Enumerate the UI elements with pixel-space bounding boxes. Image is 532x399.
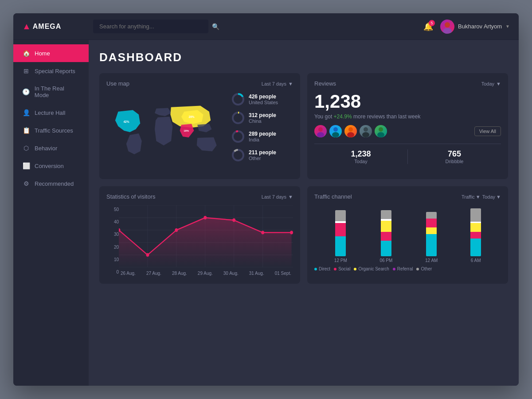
sidebar-item-recommended[interactable]: ⚙ Recommended [13,175,89,192]
legend-direct: Direct [314,266,330,271]
user-icon: 👤 [22,109,30,116]
list-icon: 📋 [22,127,30,134]
bar-segment-social [381,232,391,241]
svg-point-41 [261,231,264,235]
view-all-button[interactable]: View All [474,126,501,136]
svg-point-1 [443,28,452,34]
avatar-3 [344,125,357,137]
sidebar-item-label: Recommended [35,180,74,187]
sidebar-item-label: Traffic Sources [35,127,73,134]
bar-segment-other [381,210,391,219]
svg-point-38 [175,228,178,232]
svg-point-12 [233,150,243,160]
bar-segment-organic [426,227,437,234]
traffic-filter-traffic[interactable]: Traffic ▼ [462,194,481,200]
sidebar-item-lecture-hall[interactable]: 👤 Lecture Hall [13,104,89,121]
bar-stack [381,207,391,256]
bar-segment-direct [335,236,346,256]
bar-segment-direct [470,239,481,256]
chevron-down-icon: ▼ [288,194,293,200]
bar-segment-social [335,223,346,236]
bar-segment-direct [381,241,391,256]
chart-plot: 26 Aug. 27 Aug. 28 Aug. 29 Aug. 30 Aug. … [119,205,293,276]
bar-segment-social [470,232,481,239]
avatars-row: View All [314,125,501,137]
line-chart-svg [119,205,293,267]
chevron-down-icon: ▼ [476,194,481,200]
search-input[interactable] [93,20,208,33]
reviews-today: 1,238 Today [314,149,407,164]
svg-point-10 [233,131,243,142]
bar-group-12pm: 12 PM [334,207,347,263]
legend-row: Direct Social Organic Search Referr [314,266,501,271]
map-stat-china: 312 people China [231,111,293,125]
reviews-count: 1,238 [314,92,501,111]
bar-segment-organic [381,221,391,232]
map-filter[interactable]: Last 7 days ▼ [262,81,293,86]
legend-dot-direct [314,268,317,270]
svg-text:18%: 18% [184,129,189,132]
svg-point-17 [332,132,339,137]
bar-segment-other [335,210,346,221]
bar-segment-social [426,219,437,227]
clock-icon: 🕐 [22,88,30,95]
sidebar-item-behavior[interactable]: ⬡ Behavior [13,139,89,157]
legend-social: Social [334,266,350,271]
avatar [440,20,454,34]
bar-group-6am: 6 AM [470,207,481,263]
grid-icon: ⊞ [22,67,30,74]
reviews-filter[interactable]: Today ▼ [481,81,501,86]
reviews-title: Reviews [314,80,336,87]
svg-point-0 [445,22,450,27]
map-visual: 42% 28% 18% [106,92,224,172]
traffic-title: Traffic channel [314,193,352,200]
avatar-5 [375,125,387,137]
bar-segment-organic [470,223,481,232]
svg-point-20 [364,127,368,132]
top-row: Use map Last 7 days ▼ [99,73,508,179]
reviews-change: +24.9% [334,113,352,120]
avatar-4 [360,125,372,137]
bar-time-label: 12 PM [334,258,347,263]
sidebar-item-label: In The Real Mode [35,85,80,98]
bottom-row: Statistics of visitors Last 7 days ▼ 50 … [99,186,508,284]
traffic-channel-card: Traffic channel Traffic ▼ Today ▼ [307,186,508,284]
svg-point-37 [146,253,149,257]
legend-referral: Referral [393,266,413,271]
visitors-header: Statistics of visitors Last 7 days ▼ [106,193,293,200]
reviews-dribbble: 765 Dribbble [408,149,501,164]
bar-stack [470,207,481,256]
sidebar-item-conversion[interactable]: ⬜ Conversion [13,157,89,175]
svg-text:28%: 28% [189,115,195,118]
conversion-icon: ⬜ [22,162,30,169]
user-area[interactable]: Bukharov Artyom ▼ [440,20,510,34]
sidebar-item-label: Conversion [35,163,64,169]
chart-x-labels: 26 Aug. 27 Aug. 28 Aug. 29 Aug. 30 Aug. … [119,269,293,276]
chevron-down-icon: ▼ [505,24,510,29]
bar-segment-direct [426,234,437,256]
reviews-card: Reviews Today ▼ 1,238 You got +24.9% mor… [307,73,508,179]
recommended-icon: ⚙ [22,180,30,187]
search-icon[interactable]: 🔍 [212,23,219,30]
svg-point-18 [348,127,353,132]
traffic-header: Traffic channel Traffic ▼ Today ▼ [314,193,501,200]
sidebar-item-traffic-sources[interactable]: 📋 Traffic Sources [13,121,89,139]
bar-group-12am: 12 AM [425,207,438,263]
sidebar-item-label: Home [35,50,50,57]
visitors-filter[interactable]: Last 7 days ▼ [262,194,293,200]
reviews-bottom: 1,238 Today 765 Dribbble [314,144,501,164]
svg-point-21 [362,132,369,137]
avatar-1 [314,125,327,137]
donut-china [231,111,245,125]
sidebar-item-special-reports[interactable]: ⊞ Special Reports [13,62,89,80]
bar-segment-other [426,212,437,219]
bar-stack [426,207,437,256]
bar-time-label: 12 AM [425,258,438,263]
notification-button[interactable]: 🔔 5 [423,22,433,31]
content-area: DASHBOARD Use map Last 7 days ▼ [89,40,519,386]
sidebar-item-home[interactable]: 🏠 Home [13,44,89,62]
legend-dot-organic [354,268,356,270]
sidebar-item-real-mode[interactable]: 🕐 In The Real Mode [13,80,89,104]
legend-dot-referral [393,268,395,270]
traffic-filter-today[interactable]: Today ▼ [482,194,501,200]
